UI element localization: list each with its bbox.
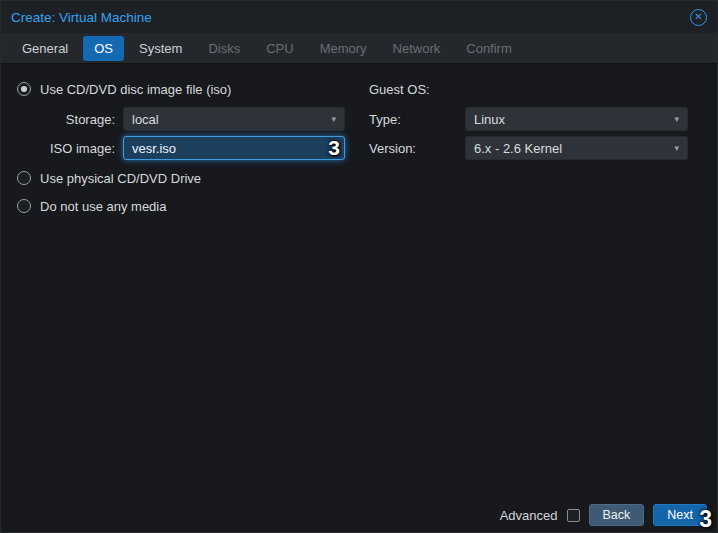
radio-no-media-label[interactable]: Do not use any media bbox=[40, 199, 166, 214]
radio-use-iso-label[interactable]: Use CD/DVD disc image file (iso) bbox=[40, 82, 231, 97]
radio-use-iso[interactable] bbox=[17, 82, 31, 96]
next-button[interactable]: Next bbox=[653, 504, 707, 526]
advanced-checkbox[interactable] bbox=[567, 509, 580, 522]
storage-value: local bbox=[132, 112, 159, 127]
media-section: Use CD/DVD disc image file (iso) Storage… bbox=[17, 79, 363, 224]
radio-no-media[interactable] bbox=[17, 199, 31, 213]
guest-os-heading-row: Guest OS: bbox=[369, 79, 703, 99]
chevron-down-icon: ▾ bbox=[331, 115, 336, 124]
dialog-title: Create: Virtual Machine bbox=[11, 10, 152, 25]
back-button[interactable]: Back bbox=[589, 504, 645, 526]
create-vm-dialog: Create: Virtual Machine ✕ General OS Sys… bbox=[0, 0, 718, 533]
os-version-combobox[interactable]: 6.x - 2.6 Kernel ▾ bbox=[465, 136, 688, 160]
iso-field-row: ISO image: vesr.iso ▾ 3 bbox=[17, 136, 363, 160]
wizard-tabbar: General OS System Disks CPU Memory Netwo… bbox=[1, 33, 717, 64]
tab-cpu: CPU bbox=[255, 36, 304, 61]
radio-row-no-media: Do not use any media bbox=[17, 196, 363, 216]
dialog-titlebar: Create: Virtual Machine ✕ bbox=[1, 1, 717, 33]
radio-use-physical-drive-label[interactable]: Use physical CD/DVD Drive bbox=[40, 171, 201, 186]
guest-os-section: Guest OS: Type: Linux ▾ Version: 6.x - 2… bbox=[369, 79, 703, 165]
os-type-combobox[interactable]: Linux ▾ bbox=[465, 107, 688, 131]
tab-disks: Disks bbox=[197, 36, 251, 61]
tab-general[interactable]: General bbox=[11, 36, 79, 61]
storage-label: Storage: bbox=[17, 112, 123, 127]
storage-field-row: Storage: local ▾ bbox=[17, 107, 363, 131]
chevron-down-icon: ▾ bbox=[331, 144, 336, 153]
iso-image-combobox[interactable]: vesr.iso ▾ 3 bbox=[123, 136, 345, 160]
iso-image-value: vesr.iso bbox=[132, 141, 176, 156]
tab-network: Network bbox=[382, 36, 452, 61]
advanced-label: Advanced bbox=[500, 508, 558, 523]
tab-system[interactable]: System bbox=[128, 36, 193, 61]
tab-confirm: Confirm bbox=[455, 36, 523, 61]
storage-combobox[interactable]: local ▾ bbox=[123, 107, 345, 131]
tab-memory: Memory bbox=[309, 36, 378, 61]
os-type-label: Type: bbox=[369, 112, 465, 127]
radio-use-physical-drive[interactable] bbox=[17, 171, 31, 185]
tab-os[interactable]: OS bbox=[83, 36, 124, 61]
os-version-label: Version: bbox=[369, 141, 465, 156]
radio-row-physical: Use physical CD/DVD Drive bbox=[17, 168, 363, 188]
chevron-down-icon: ▾ bbox=[674, 144, 679, 153]
os-version-field-row: Version: 6.x - 2.6 Kernel ▾ bbox=[369, 136, 703, 160]
dialog-footer: Advanced Back Next bbox=[1, 498, 717, 532]
os-type-field-row: Type: Linux ▾ bbox=[369, 107, 703, 131]
os-type-value: Linux bbox=[474, 112, 505, 127]
chevron-down-icon: ▾ bbox=[674, 115, 679, 124]
iso-image-label: ISO image: bbox=[17, 141, 123, 156]
back-button-label: Back bbox=[603, 508, 631, 522]
os-version-value: 6.x - 2.6 Kernel bbox=[474, 141, 562, 156]
close-icon[interactable]: ✕ bbox=[690, 9, 707, 26]
radio-row-iso: Use CD/DVD disc image file (iso) bbox=[17, 79, 363, 99]
guest-os-heading: Guest OS: bbox=[369, 82, 430, 97]
next-button-label: Next bbox=[667, 508, 693, 522]
